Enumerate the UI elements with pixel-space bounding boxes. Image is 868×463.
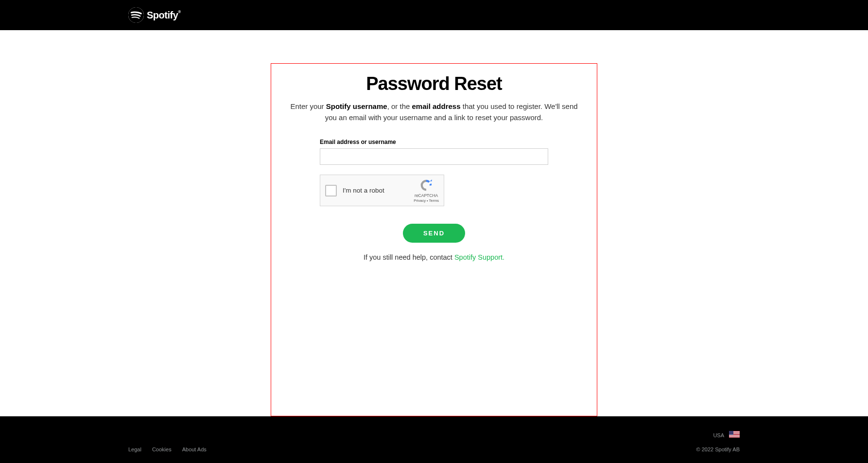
usa-flag-icon (729, 431, 740, 438)
footer-links: Legal Cookies About Ads (128, 446, 207, 452)
svg-marker-1 (430, 179, 432, 181)
legal-link[interactable]: Legal (128, 446, 141, 452)
recaptcha-widget: I'm not a robot reCAPTCHA Privacy • Term… (320, 175, 444, 206)
cookies-link[interactable]: Cookies (152, 446, 172, 452)
email-username-input[interactable] (320, 148, 548, 165)
footer: USA Legal Cookies About Ads © 2022 Spoti… (0, 416, 868, 463)
send-button[interactable]: SEND (403, 224, 465, 243)
recaptcha-checkbox[interactable] (325, 185, 337, 196)
header: Spotify® (0, 0, 868, 30)
page-title: Password Reset (286, 73, 582, 94)
recaptcha-branding: reCAPTCHA Privacy • Terms (414, 178, 439, 203)
description-text: Enter your Spotify username, or the emai… (286, 101, 582, 123)
help-text: If you still need help, contact Spotify … (320, 253, 548, 261)
send-row: SEND (320, 224, 548, 243)
spotify-icon (128, 7, 144, 23)
recaptcha-icon (419, 178, 433, 192)
email-username-label: Email address or username (320, 139, 548, 145)
footer-bottom-row: Legal Cookies About Ads © 2022 Spotify A… (128, 446, 740, 452)
copyright-text: © 2022 Spotify AB (696, 446, 740, 452)
password-reset-card: Password Reset Enter your Spotify userna… (271, 63, 597, 416)
spotify-support-link[interactable]: Spotify Support. (454, 253, 504, 261)
recaptcha-label: I'm not a robot (343, 187, 414, 194)
footer-country-row: USA (128, 431, 740, 440)
spotify-logo-link[interactable]: Spotify® (128, 7, 181, 23)
recaptcha-terms-link[interactable]: Terms (429, 198, 439, 203)
country-label: USA (713, 432, 724, 438)
country-selector[interactable] (729, 431, 740, 440)
about-ads-link[interactable]: About Ads (182, 446, 207, 452)
form-area: Email address or username I'm not a robo… (320, 139, 548, 261)
main-content: Password Reset Enter your Spotify userna… (0, 30, 868, 416)
recaptcha-privacy-link[interactable]: Privacy (414, 198, 426, 203)
spotify-wordmark: Spotify® (147, 10, 181, 21)
